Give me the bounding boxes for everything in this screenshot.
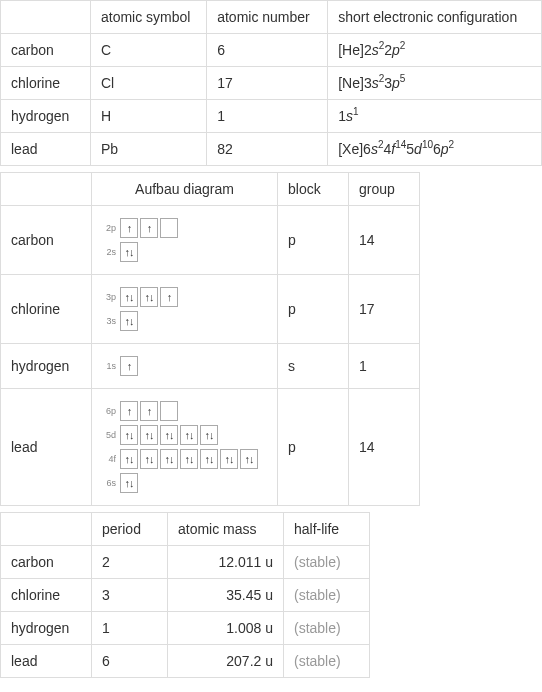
header-group: group <box>349 173 420 206</box>
aufbau-row: 1s↑ <box>102 356 267 376</box>
block: s <box>278 344 349 389</box>
subshell-label: 2s <box>102 247 116 257</box>
table-row: hydrogen1s↑s1 <box>1 344 420 389</box>
atomic-mass: 35.45 u <box>168 579 284 612</box>
table-row: lead6p↑↑5d↑↓↑↓↑↓↑↓↑↓4f↑↓↑↓↑↓↑↓↑↓↑↓↑↓6s↑↓… <box>1 389 420 506</box>
orbital-box: ↑ <box>140 401 158 421</box>
subshell-label: 2p <box>102 223 116 233</box>
period: 3 <box>92 579 168 612</box>
header-period: period <box>92 513 168 546</box>
atomic-mass: 12.011 u <box>168 546 284 579</box>
orbital-box: ↑↓ <box>180 425 198 445</box>
atomic-symbol: C <box>90 34 206 67</box>
aufbau-diagram: 1s↑ <box>92 344 278 389</box>
table-header-row: Aufbau diagram block group <box>1 173 420 206</box>
atomic-symbol: Pb <box>90 133 206 166</box>
element-name: chlorine <box>1 67 91 100</box>
orbital-box: ↑↓ <box>220 449 238 469</box>
aufbau-row: 3s↑↓ <box>102 311 267 331</box>
orbital-box: ↑↓ <box>120 287 138 307</box>
element-name: carbon <box>1 34 91 67</box>
electron-config: 1s1 <box>328 100 542 133</box>
table-row: chlorine3p↑↓↑↓↑3s↑↓p17 <box>1 275 420 344</box>
half-life: (stable) <box>284 579 370 612</box>
orbital-box: ↑↓ <box>120 311 138 331</box>
header-blank <box>1 173 92 206</box>
table-row: chlorine335.45 u(stable) <box>1 579 370 612</box>
aufbau-row: 4f↑↓↑↓↑↓↑↓↑↓↑↓↑↓ <box>102 449 267 469</box>
aufbau-diagram: 2p↑↑2s↑↓ <box>92 206 278 275</box>
orbital-box: ↑↓ <box>140 287 158 307</box>
element-name: chlorine <box>1 275 92 344</box>
table-row: lead6207.2 u(stable) <box>1 645 370 678</box>
subshell-label: 4f <box>102 454 116 464</box>
block: p <box>278 389 349 506</box>
atomic-number: 82 <box>207 133 328 166</box>
atomic-number: 1 <box>207 100 328 133</box>
orbital-box: ↑↓ <box>200 449 218 469</box>
element-name: lead <box>1 645 92 678</box>
subshell-label: 3p <box>102 292 116 302</box>
orbital-box: ↑ <box>120 218 138 238</box>
element-name: hydrogen <box>1 100 91 133</box>
group: 1 <box>349 344 420 389</box>
table-row: carbon2p↑↑2s↑↓p14 <box>1 206 420 275</box>
atomic-mass: 207.2 u <box>168 645 284 678</box>
aufbau-diagram: 3p↑↓↑↓↑3s↑↓ <box>92 275 278 344</box>
group: 17 <box>349 275 420 344</box>
atomic-number: 17 <box>207 67 328 100</box>
atomic-symbol: Cl <box>90 67 206 100</box>
aufbau-diagram: 6p↑↑5d↑↓↑↓↑↓↑↓↑↓4f↑↓↑↓↑↓↑↓↑↓↑↓↑↓6s↑↓ <box>92 389 278 506</box>
header-config: short electronic configuration <box>328 1 542 34</box>
block: p <box>278 206 349 275</box>
orbital-box: ↑ <box>160 287 178 307</box>
table-row: leadPb82[Xe]6s24f145d106p2 <box>1 133 542 166</box>
element-name: chlorine <box>1 579 92 612</box>
header-block: block <box>278 173 349 206</box>
element-name: carbon <box>1 206 92 275</box>
orbital-box: ↑↓ <box>120 425 138 445</box>
atomic-number: 6 <box>207 34 328 67</box>
orbital-box: ↑ <box>140 218 158 238</box>
orbital-box: ↑ <box>120 401 138 421</box>
header-blank <box>1 1 91 34</box>
electron-config: [Ne]3s23p5 <box>328 67 542 100</box>
orbital-box: ↑↓ <box>160 425 178 445</box>
half-life: (stable) <box>284 546 370 579</box>
table-period-mass-halflife: period atomic mass half-life carbon212.0… <box>0 512 370 678</box>
orbital-box: ↑↓ <box>120 449 138 469</box>
orbital-box: ↑↓ <box>120 242 138 262</box>
element-name: carbon <box>1 546 92 579</box>
orbital-box: ↑ <box>120 356 138 376</box>
orbital-box: ↑↓ <box>160 449 178 469</box>
header-halflife: half-life <box>284 513 370 546</box>
orbital-box: ↑↓ <box>140 425 158 445</box>
table-header-row: period atomic mass half-life <box>1 513 370 546</box>
header-aufbau: Aufbau diagram <box>92 173 278 206</box>
half-life: (stable) <box>284 645 370 678</box>
period: 1 <box>92 612 168 645</box>
element-name: lead <box>1 133 91 166</box>
table-row: carbonC6[He]2s22p2 <box>1 34 542 67</box>
subshell-label: 3s <box>102 316 116 326</box>
period: 2 <box>92 546 168 579</box>
table-row: chlorineCl17[Ne]3s23p5 <box>1 67 542 100</box>
element-name: hydrogen <box>1 344 92 389</box>
block: p <box>278 275 349 344</box>
electron-config: [He]2s22p2 <box>328 34 542 67</box>
period: 6 <box>92 645 168 678</box>
aufbau-row: 2p↑↑ <box>102 218 267 238</box>
header-mass: atomic mass <box>168 513 284 546</box>
table-header-row: atomic symbol atomic number short electr… <box>1 1 542 34</box>
atomic-symbol: H <box>90 100 206 133</box>
aufbau-row: 6p↑↑ <box>102 401 267 421</box>
element-name: lead <box>1 389 92 506</box>
subshell-label: 6p <box>102 406 116 416</box>
header-blank <box>1 513 92 546</box>
table-row: hydrogenH11s1 <box>1 100 542 133</box>
atomic-mass: 1.008 u <box>168 612 284 645</box>
table-row: carbon212.011 u(stable) <box>1 546 370 579</box>
aufbau-row: 6s↑↓ <box>102 473 267 493</box>
table-symbol-number-config: atomic symbol atomic number short electr… <box>0 0 542 166</box>
orbital-box: ↑↓ <box>240 449 258 469</box>
